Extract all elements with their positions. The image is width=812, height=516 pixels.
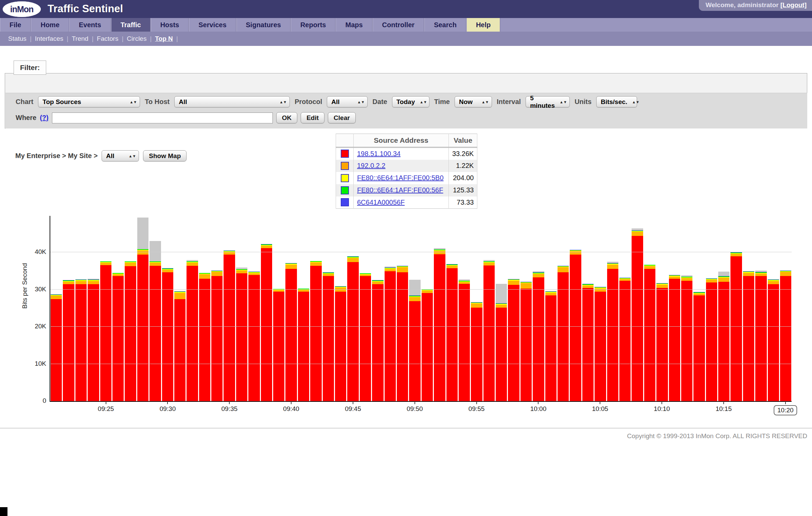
legend-header-swatch — [336, 134, 354, 148]
bar-segment — [743, 276, 754, 401]
units-select-value: Bits/sec. — [601, 98, 627, 106]
bar-segment — [434, 254, 445, 401]
time-select[interactable]: Now▲▼ — [455, 96, 492, 107]
tab-hosts[interactable]: Hosts — [151, 18, 189, 32]
legend-swatch-icon — [341, 174, 349, 182]
stacked-bar — [718, 272, 729, 401]
ok-button[interactable]: OK — [276, 112, 298, 123]
logout-link[interactable]: [Logout] — [780, 1, 807, 8]
bar-segment — [656, 285, 668, 288]
legend-row: FE80::6E64:1AFF:FE00:5B0204.00 — [336, 172, 477, 184]
where-buttons: OKEditClear — [276, 112, 356, 123]
tab-traffic[interactable]: Traffic — [111, 18, 151, 32]
site-select[interactable]: All ▲▼ — [102, 150, 139, 161]
bar-segment — [706, 280, 717, 282]
date-select-value: Today — [396, 98, 415, 106]
subnav-item-circles[interactable]: Circles — [123, 35, 150, 42]
stacked-bar — [63, 280, 74, 401]
source-address-link[interactable]: 6C641A00056F — [357, 199, 405, 206]
tab-maps[interactable]: Maps — [336, 18, 372, 32]
clear-button[interactable]: Clear — [328, 112, 356, 123]
y-axis-tick-label: 10K — [26, 360, 46, 367]
legend-header-address: Source Address — [354, 134, 449, 148]
tab-signatures[interactable]: Signatures — [236, 18, 291, 32]
stacked-bar — [100, 261, 111, 401]
where-help-link[interactable]: (?) — [40, 114, 49, 122]
bar-segment — [88, 284, 99, 401]
stacked-bar — [211, 271, 223, 401]
bar-segment — [743, 273, 754, 276]
units-select[interactable]: Bits/sec.▲▼ — [596, 96, 637, 107]
stepper-icon: ▲▼ — [129, 155, 136, 157]
tab-events[interactable]: Events — [69, 18, 111, 32]
bar-segment — [422, 293, 433, 401]
subnav-item-interfaces[interactable]: Interfaces — [32, 35, 67, 42]
subnav-item-factors[interactable]: Factors — [93, 35, 122, 42]
source-address-link[interactable]: FE80::6E64:1AFF:FE00:56F — [357, 186, 443, 194]
gridline — [50, 252, 792, 252]
interval-select[interactable]: 5 minutes▲▼ — [526, 96, 570, 107]
tab-services[interactable]: Services — [189, 18, 236, 32]
protocol-select[interactable]: All▲▼ — [327, 96, 368, 107]
where-input[interactable] — [52, 113, 273, 123]
bar-segment — [409, 301, 420, 401]
protocol-label: Protocol — [295, 98, 322, 106]
source-address-link[interactable]: 192.0.2.2 — [357, 162, 385, 169]
stacked-bar — [174, 291, 186, 401]
stacked-bar — [409, 280, 420, 401]
bar-segment — [570, 255, 581, 401]
bar-segment — [187, 263, 198, 266]
tab-search[interactable]: Search — [424, 18, 466, 32]
subnav-item-status[interactable]: Status — [5, 35, 30, 42]
bars-container — [50, 216, 792, 401]
stacked-bar — [706, 278, 717, 401]
source-address-link[interactable]: FE80::6E64:1AFF:FE00:5B0 — [357, 174, 444, 182]
stacked-bar — [236, 268, 247, 401]
source-value: 1.22K — [449, 160, 477, 172]
stacked-bar — [434, 248, 445, 401]
tab-help[interactable]: Help — [466, 18, 500, 32]
source-address-link[interactable]: 198.51.100.34 — [357, 150, 401, 157]
legend-swatch-icon — [341, 162, 349, 170]
subnav-item-top-n[interactable]: Top N — [152, 35, 176, 42]
tab-reports[interactable]: Reports — [291, 18, 336, 32]
subnav-item-trend[interactable]: Trend — [68, 35, 92, 42]
tab-home[interactable]: Home — [31, 18, 69, 32]
time-select-value: Now — [459, 98, 473, 106]
stacked-bar — [112, 273, 124, 401]
gridline — [50, 364, 792, 364]
bar-segment — [508, 285, 519, 401]
bar-segment — [51, 299, 62, 401]
stacked-bar — [520, 282, 532, 401]
tab-file[interactable]: File — [0, 18, 31, 32]
stacked-bar — [347, 256, 358, 401]
bar-segment — [768, 281, 779, 285]
bar-segment — [520, 283, 532, 288]
tab-controller[interactable]: Controller — [373, 18, 425, 32]
date-select[interactable]: Today▲▼ — [392, 96, 429, 107]
bar-segment — [681, 281, 692, 401]
bar-segment — [335, 292, 346, 401]
legend-header-row: Source Address Value — [336, 134, 477, 148]
bar-segment — [681, 278, 692, 281]
stacked-bar — [162, 268, 173, 401]
filter-legend-label: Filter: — [14, 61, 46, 75]
show-map-button[interactable]: Show Map — [143, 150, 187, 161]
bar-segment — [174, 293, 186, 299]
edit-button[interactable]: Edit — [301, 112, 324, 123]
date-label: Date — [372, 98, 387, 106]
stacked-bar — [656, 283, 668, 401]
bar-segment — [483, 265, 495, 401]
chart-select[interactable]: Top Sources▲▼ — [38, 96, 140, 107]
stacked-bar — [88, 279, 99, 401]
to-host-select[interactable]: All▲▼ — [174, 96, 290, 107]
bar-segment — [496, 308, 507, 401]
x-axis-tick-label: 10:15 — [716, 405, 732, 413]
bar-segment — [310, 266, 321, 401]
stacked-bar — [459, 279, 470, 401]
bar-segment — [125, 266, 136, 401]
legend-swatch-icon — [341, 150, 349, 158]
bar-segment — [434, 251, 445, 254]
bar-segment — [137, 251, 148, 255]
stacked-bar — [619, 278, 631, 401]
